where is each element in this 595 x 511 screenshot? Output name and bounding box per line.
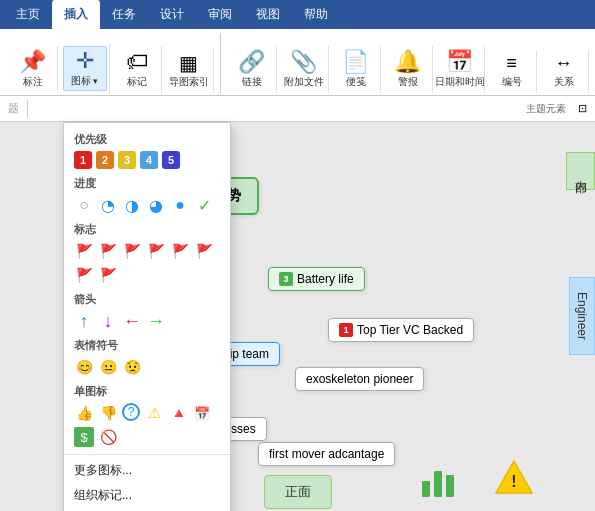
progress-50-icon[interactable]: ◑	[122, 195, 142, 215]
flag-orange[interactable]: 🚩	[98, 241, 118, 261]
emoji-neutral[interactable]: 😐	[98, 357, 118, 377]
icon-dropdown-arrow: ▾	[93, 76, 98, 86]
more-icons-label: 更多图标...	[74, 462, 132, 479]
tab-view[interactable]: 视图	[244, 0, 292, 29]
progress-check-icon[interactable]: ✓	[194, 195, 214, 215]
group-mindmap-index: ▦ 导图索引	[164, 48, 214, 93]
tab-insert[interactable]: 插入	[52, 0, 100, 29]
tab-review[interactable]: 审阅	[196, 0, 244, 29]
vc-badge: 1	[339, 323, 353, 337]
group-alert: 🔔 警报	[383, 46, 433, 93]
svg-rect-2	[446, 475, 454, 497]
attachment-button[interactable]: 📎 附加文件	[280, 48, 328, 91]
svg-rect-1	[434, 471, 442, 497]
thumbs-down-icon[interactable]: 👎	[98, 403, 118, 423]
tab-design[interactable]: 设计	[148, 0, 196, 29]
battery-badge: 3	[279, 272, 293, 286]
mindmap-index-button[interactable]: ▦ 导图索引	[165, 50, 213, 91]
block-icon[interactable]: 🚫	[98, 427, 118, 447]
progress-100-icon[interactable]: ●	[170, 195, 190, 215]
relation-button[interactable]: ↔ 关系	[542, 52, 586, 91]
annotation-button[interactable]: 📌 标注	[11, 48, 55, 91]
tab-help[interactable]: 帮助	[292, 0, 340, 29]
more-icons-item[interactable]: 更多图标...	[64, 458, 230, 483]
priority-4-icon[interactable]: 4	[140, 151, 158, 169]
node-first-mover[interactable]: first mover adcantage	[258, 442, 395, 466]
tab-task[interactable]: 任务	[100, 0, 148, 29]
marker-icon: 🏷	[126, 50, 148, 74]
priority-icon-row: 1 2 3 4 5	[64, 149, 230, 173]
calendar-icon[interactable]: 📅	[192, 403, 212, 423]
group-numbering: ≡ 编号	[487, 50, 537, 93]
expand-icon[interactable]: ⊡	[578, 102, 587, 115]
node-top-tier-vc-label: Top Tier VC Backed	[357, 323, 463, 337]
node-battery-life-label: Battery life	[297, 272, 354, 286]
arrow-up-icon[interactable]: ↑	[74, 311, 94, 331]
emoji-sad[interactable]: 😟	[122, 357, 142, 377]
icon-button[interactable]: ✛ 图标 ▾	[63, 46, 107, 91]
formula-bar: 题 主题元素 ⊡	[0, 96, 595, 122]
group-marker: 🏷 标记	[112, 46, 162, 93]
progress-25-icon[interactable]: ◔	[98, 195, 118, 215]
marker-button[interactable]: 🏷 标记	[115, 48, 159, 91]
note-label: 便笺	[346, 75, 366, 89]
ribbon-content: 📌 标注 ✛ 图标 ▾ 🏷 标记 ▦ 导图索引	[0, 29, 595, 96]
mindmap-index-label: 导图索引	[169, 75, 209, 89]
emoji-happy[interactable]: 😊	[74, 357, 94, 377]
link-button[interactable]: 🔗 链接	[230, 48, 274, 91]
flag-dark[interactable]: 🚩	[98, 265, 118, 285]
numbering-label: 编号	[502, 75, 522, 89]
node-first-mover-label: first mover adcantage	[269, 447, 384, 461]
mindmap-index-icon: ▦	[179, 52, 198, 74]
priority-3-icon[interactable]: 3	[118, 151, 136, 169]
progress-75-icon[interactable]: ◕	[146, 195, 166, 215]
priority-5-icon[interactable]: 5	[162, 151, 180, 169]
datetime-icon: 📅	[446, 50, 473, 74]
priority-section-title: 优先级	[64, 129, 230, 149]
flag-yellow[interactable]: 🚩	[122, 241, 142, 261]
flag-green[interactable]: 🚩	[146, 241, 166, 261]
priority-2-icon[interactable]: 2	[96, 151, 114, 169]
progress-0-icon[interactable]: ○	[74, 195, 94, 215]
ribbon: 主页 插入 任务 设计 审阅 视图 帮助 📌 标注 ✛ 图标 ▾	[0, 0, 595, 96]
icon-label: 图标	[71, 74, 91, 88]
attachment-label: 附加文件	[284, 75, 324, 89]
node-battery-life[interactable]: 3 Battery life	[268, 267, 365, 291]
question-icon[interactable]: ?	[122, 403, 140, 421]
arrow-left-icon[interactable]: ←	[122, 311, 142, 331]
warning-canvas-icon: !	[494, 457, 534, 500]
progress-icon-row: ○ ◔ ◑ ◕ ● ✓	[64, 193, 230, 219]
group-attachment: 📎 附加文件	[279, 46, 329, 93]
node-top-tier-vc[interactable]: 1 Top Tier VC Backed	[328, 318, 474, 342]
numbering-button[interactable]: ≡ 编号	[490, 52, 534, 91]
organize-markers-item[interactable]: 组织标记...	[64, 483, 230, 508]
arrow-down-icon[interactable]: ↓	[98, 311, 118, 331]
tab-home[interactable]: 主页	[4, 0, 52, 29]
arrow-right-icon[interactable]: →	[146, 311, 166, 331]
alert-icon: 🔔	[394, 50, 421, 74]
note-button[interactable]: 📄 便笺	[334, 48, 378, 91]
priority-1-icon[interactable]: 1	[74, 151, 92, 169]
flag-red[interactable]: 🚩	[74, 241, 94, 261]
flag-section-title: 标志	[64, 219, 230, 239]
datetime-label: 日期和时间	[435, 75, 485, 89]
flag-purple[interactable]: 🚩	[194, 241, 214, 261]
emoji-section-title: 表情符号	[64, 335, 230, 355]
icon-dropdown-menu: 优先级 1 2 3 4 5 进度 ○ ◔ ◑ ◕ ● ✓ 标志 🚩 🚩 🚩 🚩 …	[63, 122, 231, 511]
marker-label: 标记	[127, 75, 147, 89]
flag-pink[interactable]: 🚩	[74, 265, 94, 285]
triangle-icon[interactable]: 🔺	[168, 403, 188, 423]
svg-text:!: !	[511, 473, 516, 490]
datetime-button[interactable]: 📅 日期和时间	[431, 48, 489, 91]
node-exoskeleton[interactable]: exoskeleton pioneer	[295, 367, 424, 391]
flag-blue[interactable]: 🚩	[170, 241, 190, 261]
link-icon: 🔗	[238, 50, 265, 74]
alert-button[interactable]: 🔔 警报	[386, 48, 430, 91]
dollar-icon[interactable]: $	[74, 427, 94, 447]
group-relation: ↔ 关系	[539, 50, 589, 93]
theme-elements-badge: 主题元素	[526, 102, 566, 116]
warning-icon[interactable]: ⚠	[144, 403, 164, 423]
thumbs-up-icon[interactable]: 👍	[74, 403, 94, 423]
chart-icon	[418, 457, 462, 504]
arrow-icon-row: ↑ ↓ ← →	[64, 309, 230, 335]
